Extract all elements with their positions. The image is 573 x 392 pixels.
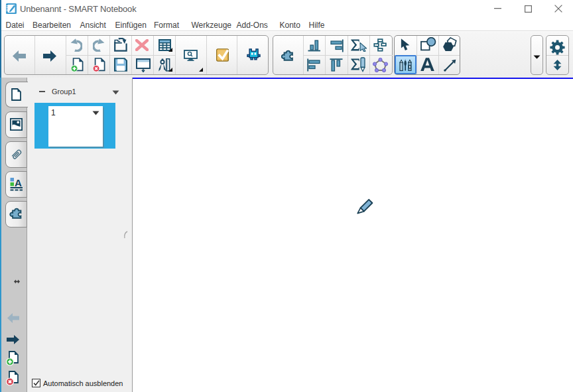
svg-text:A: A <box>15 177 22 188</box>
